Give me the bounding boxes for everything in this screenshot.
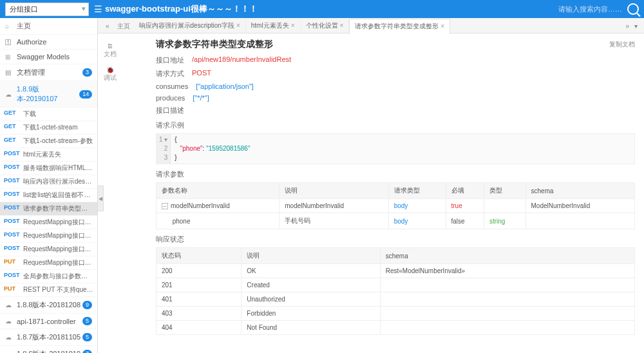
cloud-icon: ☁ [5, 334, 13, 341]
cloud-icon: ☁ [5, 350, 13, 353]
page-title: 请求参数字符串类型变成整形 [156, 39, 273, 50]
copy-doc-button[interactable]: 复制文档 [609, 40, 635, 49]
value-produces: ["*/*"] [193, 94, 209, 102]
search-icon[interactable] [627, 3, 639, 15]
doc-icon: ▤ [5, 69, 13, 76]
sidebar-group[interactable]: ☁1.8.6版本-201810197 [0, 346, 97, 353]
section-example: 请求示例 [156, 120, 635, 130]
group-select[interactable]: 分组接口 [5, 3, 89, 16]
close-icon[interactable]: × [340, 22, 344, 29]
label-method: 请求方式 [156, 69, 184, 79]
models-icon: ⊞ [5, 53, 13, 61]
tab-bar: « 主页 响应内容强行展示description字段×html元素丢失×个性化设… [98, 18, 644, 33]
sidebar-docmgr[interactable]: ▤文档管理3 [0, 64, 97, 81]
api-item[interactable]: POST请求参数字符串类型变成整形 [0, 202, 97, 216]
api-item[interactable]: POST全局参数与接口参数冲突 [0, 270, 97, 283]
method-badge: POST [4, 218, 23, 227]
tab[interactable]: 个性化设置× [301, 19, 350, 33]
cloud-icon: ☁ [5, 318, 13, 325]
api-item[interactable]: GET下载1-octet-stream [0, 121, 97, 135]
api-label: 响应内容强行展示description字段 [23, 177, 93, 186]
content-area: ◀ « 主页 响应内容强行展示description字段×html元素丢失×个性… [98, 18, 644, 353]
value-consumes: ["application/json"] [196, 82, 254, 90]
api-label: 下载 [23, 110, 93, 119]
api-label: 请求参数字符串类型变成整形 [23, 204, 93, 213]
key-icon: ⚿ [5, 39, 13, 46]
method-badge: GET [4, 137, 23, 146]
expand-icon[interactable]: – [162, 203, 168, 209]
sidebar-authorize[interactable]: ⚿Authorize [0, 35, 97, 50]
method-badge: POST [4, 231, 23, 240]
method-badge: POST [4, 150, 23, 159]
api-label: RequestMapping接口类型,未标注具 [23, 218, 93, 227]
home-icon: ⌂ [5, 23, 13, 30]
sidebar-group-189[interactable]: ☁1.8.9版本-2019010714 [0, 81, 97, 108]
table-row: 201Created [156, 278, 635, 292]
sidebar-collapse-handle[interactable]: ◀ [98, 186, 104, 211]
tab-home[interactable]: 主页 [113, 20, 134, 33]
api-item[interactable]: PUTREST PUT 不支持query参数 [0, 283, 97, 297]
close-icon[interactable]: × [291, 22, 295, 29]
search-input[interactable]: 请输入搜索内容…… [558, 5, 622, 14]
tabs-menu-icon[interactable]: ▾ [634, 23, 638, 30]
menu-toggle-icon[interactable]: ☰ [94, 4, 102, 14]
badge: 9 [82, 301, 92, 309]
req-params-table: 参数名称说明请求类型必填类型schema –modelNumberInvalid… [156, 182, 635, 229]
method-badge: POST [4, 177, 23, 186]
badge: 14 [79, 90, 92, 99]
section-reqparams: 请求参数 [156, 169, 635, 179]
api-label: RequestMapping接口类型3,PUT和PO [23, 258, 93, 267]
tab[interactable]: 请求参数字符串类型变成整形× [349, 19, 450, 34]
api-item[interactable]: GET下载 [0, 108, 97, 121]
sidebar-group[interactable]: ☁1.8.8版本-201812089 [0, 297, 97, 314]
brand-title: swagger-bootstrap-ui很棒～～～！！！ [105, 3, 258, 15]
value-method: POST [192, 69, 211, 79]
sidebar-group[interactable]: ☁1.8.7版本-201811055 [0, 329, 97, 346]
api-item[interactable]: POSTRequestMapping接口类型2 [0, 229, 97, 243]
table-row: 200OKRest«ModelNumberInvalid» [156, 264, 635, 278]
api-label: RequestMapping接口类型2 [23, 231, 93, 240]
api-item[interactable]: POST服务端数据响应HTML标签数据，无法解析 [0, 162, 97, 175]
api-item[interactable]: POSTRequestMapping接口类型,未标注具 [0, 216, 97, 229]
api-label: RequestMapping接口类型3,PUT和PO [23, 245, 93, 254]
api-item[interactable]: PUTRequestMapping接口类型3,PUT和PO [0, 256, 97, 270]
label-ifacedesc: 接口描述 [156, 106, 184, 115]
api-item[interactable]: POSThtml元素丢失 [0, 148, 97, 162]
method-badge: POST [4, 245, 23, 254]
doc-icon: 🗎 [98, 43, 122, 50]
subnav-doc[interactable]: 🗎文档 [98, 39, 122, 62]
subnav-debug[interactable]: 🐞调试 [98, 62, 122, 86]
table-row: 403Forbidden [156, 307, 635, 321]
sidebar: ⌂主页 ⚿Authorize ⊞Swagger Models ▤文档管理3 ☁1… [0, 18, 98, 353]
sidebar-group[interactable]: ☁api-1871-controller5 [0, 314, 97, 329]
api-item[interactable]: POST响应内容强行展示description字段 [0, 175, 97, 189]
api-label: 下载1-octet-stream-参数 [23, 137, 93, 146]
sidebar-home[interactable]: ⌂主页 [0, 18, 97, 35]
method-badge: GET [4, 110, 23, 119]
table-row: 401Unauthorized [156, 292, 635, 307]
value-addr: /api/new189/numberInvalidRest [192, 55, 291, 65]
close-icon[interactable]: × [440, 23, 444, 30]
tab[interactable]: 响应内容强行展示description字段× [134, 19, 246, 33]
api-item[interactable]: POSTRequestMapping接口类型3,PUT和PO [0, 243, 97, 256]
doc-panel: 请求参数字符串类型变成整形 复制文档 接口地址/api/new189/numbe… [147, 33, 644, 338]
cloud-icon: ☁ [5, 91, 13, 98]
close-icon[interactable]: × [236, 22, 240, 29]
example-code: 1 ▾23 { "phone": "15952081586"} [156, 133, 635, 164]
method-badge: POST [4, 164, 23, 173]
api-item[interactable]: GET下载1-octet-stream-参数 [0, 135, 97, 148]
method-badge: POST [4, 272, 23, 281]
api-label: 下载1-octet-stream [23, 123, 93, 132]
resp-status-table: 状态码说明schema 200OKRest«ModelNumberInvalid… [156, 247, 635, 335]
api-label: html元素丢失 [23, 150, 93, 159]
method-badge: POST [4, 191, 23, 200]
method-badge: PUT [4, 285, 23, 294]
table-row: –modelNumberInvalidmodelNumberInvalidbod… [156, 199, 635, 213]
api-item[interactable]: POSTlist套list的返回值都不显示 [0, 189, 97, 202]
tab[interactable]: html元素丢失× [246, 19, 301, 33]
sidebar-models[interactable]: ⊞Swagger Models [0, 50, 97, 64]
tab-home-icon[interactable]: « [102, 21, 113, 32]
tabs-scroll-right-icon[interactable]: » [625, 23, 629, 30]
table-row: 404Not Found [156, 321, 635, 335]
badge: 5 [82, 333, 92, 341]
